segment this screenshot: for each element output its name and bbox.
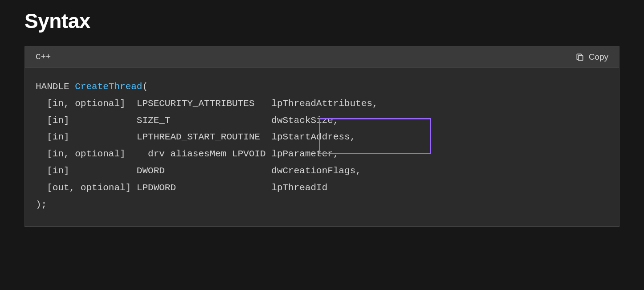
open-paren: ( bbox=[142, 82, 148, 92]
copy-button[interactable]: Copy bbox=[575, 52, 608, 62]
svg-rect-0 bbox=[578, 56, 583, 61]
copy-icon bbox=[575, 53, 584, 61]
code-content: HANDLE CreateThread( [in, optional] LPSE… bbox=[25, 68, 619, 226]
language-label: C++ bbox=[36, 52, 51, 62]
return-type: HANDLE bbox=[36, 82, 69, 92]
close-token: ); bbox=[36, 200, 47, 210]
copy-label: Copy bbox=[589, 52, 608, 62]
function-name: CreateThread bbox=[75, 82, 142, 92]
section-heading: Syntax bbox=[24, 9, 620, 33]
code-header: C++ Copy bbox=[25, 47, 619, 68]
code-block: C++ Copy HANDLE CreateThread( [in, optio… bbox=[24, 46, 620, 227]
